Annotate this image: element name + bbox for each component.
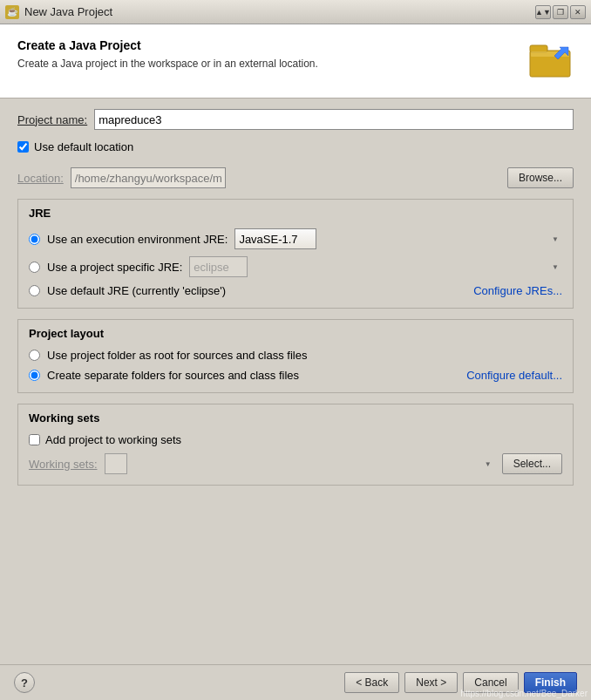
jre-section-title: JRE	[29, 207, 562, 220]
next-button[interactable]: Next >	[404, 672, 458, 693]
titlebar-title: New Java Project	[24, 5, 112, 18]
layout-option2-row: Create separate folders for sources and …	[29, 369, 562, 382]
use-default-location-row: Use default location	[17, 140, 574, 153]
add-to-working-sets-checkbox[interactable]	[29, 434, 40, 445]
titlebar-controls[interactable]: ▲▼ ❐ ✕	[535, 5, 586, 19]
working-sets-select	[105, 453, 127, 474]
project-name-label: Project name:	[17, 113, 87, 126]
jre-option1-label: Use an execution environment JRE:	[47, 233, 228, 246]
location-input-wrapper	[71, 167, 500, 188]
layout-option1-row: Use project folder as root for sources a…	[29, 349, 562, 362]
jre-env-select-wrapper: JavaSE-1.7 JavaSE-1.8 JavaSE-11	[234, 228, 562, 249]
dialog-body: Create a Java Project Create a Java proj…	[0, 24, 591, 700]
layout-section: Project layout Use project folder as roo…	[17, 319, 574, 393]
content-area: Project name: Use default location Locat…	[0, 99, 591, 664]
header-title: Create a Java Project	[17, 38, 318, 52]
jre-env-select[interactable]: JavaSE-1.7 JavaSE-1.8 JavaSE-11	[234, 228, 316, 249]
jre-specific-select: eclipse	[189, 256, 248, 277]
jre-option3-label: Use default JRE (currently 'eclipse')	[47, 284, 226, 297]
add-to-working-sets-label: Add project to working sets	[45, 433, 181, 446]
folder-svg-icon	[528, 38, 574, 82]
jre-specific-radio[interactable]	[29, 262, 40, 273]
jre-option2-label: Use a project specific JRE:	[47, 261, 182, 274]
layout-section-title: Project layout	[29, 327, 562, 340]
header-icon	[528, 38, 574, 84]
working-sets-section: Working sets Add project to working sets…	[17, 404, 574, 486]
titlebar-left: ☕ New Java Project	[5, 5, 112, 19]
help-button[interactable]: ?	[14, 672, 35, 693]
header-section: Create a Java Project Create a Java proj…	[0, 24, 591, 99]
layout-option2-label: Create separate folders for sources and …	[47, 369, 299, 382]
svg-rect-1	[530, 45, 547, 52]
working-sets-select-button[interactable]: Select...	[502, 453, 562, 474]
maximize-button[interactable]: ❐	[553, 5, 568, 19]
location-input	[71, 167, 226, 188]
project-name-row: Project name:	[17, 109, 574, 130]
app-icon: ☕	[5, 5, 19, 19]
working-sets-select-row: Working sets: Select...	[29, 453, 562, 474]
minimize-button[interactable]: ▲▼	[535, 5, 551, 19]
use-default-location-label: Use default location	[34, 140, 133, 153]
jre-option3-row: Use default JRE (currently 'eclipse') Co…	[29, 284, 562, 297]
use-default-location-checkbox[interactable]	[17, 141, 29, 153]
header-description: Create a Java project in the workspace o…	[17, 58, 318, 70]
add-to-working-sets-row: Add project to working sets	[29, 433, 562, 446]
layout-single-radio[interactable]	[29, 350, 40, 361]
jre-specific-select-wrapper: eclipse	[189, 256, 562, 277]
location-label: Location:	[17, 172, 64, 185]
layout-option1-label: Use project folder as root for sources a…	[47, 349, 307, 362]
working-sets-select-wrapper	[105, 453, 495, 474]
configure-default-link[interactable]: Configure default...	[466, 369, 562, 382]
browse-button[interactable]: Browse...	[507, 167, 574, 188]
jre-default-radio[interactable]	[29, 285, 40, 296]
back-button[interactable]: < Back	[344, 672, 399, 693]
header-text: Create a Java Project Create a Java proj…	[17, 38, 318, 70]
configure-jres-link[interactable]: Configure JREs...	[473, 284, 562, 297]
titlebar: ☕ New Java Project ▲▼ ❐ ✕	[0, 0, 591, 24]
layout-separate-radio[interactable]	[29, 370, 40, 381]
jre-env-radio[interactable]	[29, 234, 40, 245]
working-sets-label: Working sets:	[29, 458, 98, 471]
jre-option1-row: Use an execution environment JRE: JavaSE…	[29, 228, 562, 249]
close-button[interactable]: ✕	[570, 5, 586, 19]
location-row: Location: Browse...	[17, 167, 574, 188]
jre-option2-row: Use a project specific JRE: eclipse	[29, 256, 562, 277]
project-name-input[interactable]	[94, 109, 574, 130]
working-sets-title: Working sets	[29, 411, 562, 425]
watermark: https://blog.csdn.net/Bee_Darker	[460, 689, 588, 698]
jre-section: JRE Use an execution environment JRE: Ja…	[17, 199, 574, 309]
